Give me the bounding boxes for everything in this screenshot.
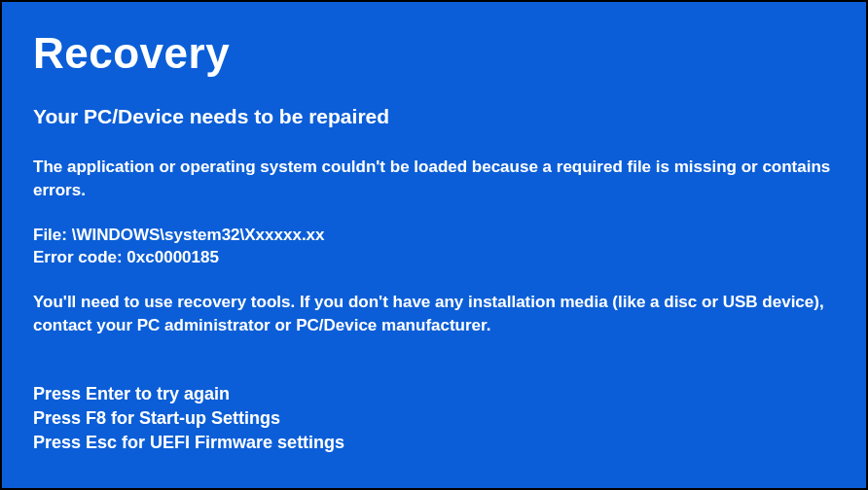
file-line: File: \WINDOWS\system32\Xxxxxx.xx <box>33 224 835 247</box>
error-code-value: 0xc0000185 <box>127 248 219 266</box>
keypress-f8-hint: Press F8 for Start-up Settings <box>33 406 835 431</box>
recovery-subtitle: Your PC/Device needs to be repaired <box>33 105 835 128</box>
keypress-enter-hint: Press Enter to try again <box>33 382 835 406</box>
file-path: \WINDOWS\system32\Xxxxxx.xx <box>72 226 325 244</box>
keypress-esc-hint: Press Esc for UEFI Firmware settings <box>33 431 835 455</box>
recovery-note: You'll need to use recovery tools. If yo… <box>33 291 835 337</box>
error-code-line: Error code: 0xc0000185 <box>33 246 835 269</box>
recovery-title: Recovery <box>33 29 835 78</box>
file-label: File: <box>33 226 72 244</box>
error-description: The application or operating system coul… <box>33 156 835 202</box>
error-code-label: Error code: <box>33 248 127 266</box>
